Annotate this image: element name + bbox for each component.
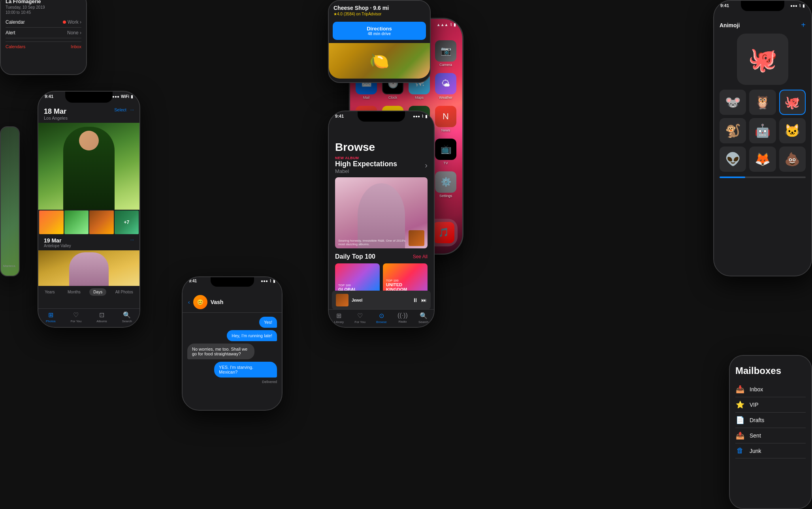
animoji-mouse[interactable]: 🐭 <box>720 90 746 115</box>
animoji-robot[interactable]: 🤖 <box>749 118 776 143</box>
mail-inbox-item[interactable]: 📥 Inbox <box>735 382 806 397</box>
delivered-label: Delivered <box>187 380 277 384</box>
animoji-signal: ●●● <box>790 4 797 8</box>
album-cover[interactable]: Searing honesty, irresistible R&B. One o… <box>335 177 428 248</box>
directions-btn[interactable]: Directions 48 min drive <box>333 22 426 40</box>
inbox-btn[interactable]: Inbox <box>71 44 81 49</box>
drive-time: 48 min drive <box>337 32 422 36</box>
weather-icon: 🌤 <box>435 73 456 94</box>
music-tab-search[interactable]: 🔍 Search <box>418 312 428 324</box>
music-tab-radio[interactable]: ((·)) Radio <box>398 312 408 324</box>
more-btn[interactable]: ··· <box>130 107 134 112</box>
animoji-wifi: ⌇ <box>799 4 801 8</box>
see-all-btn[interactable]: See All <box>413 254 428 259</box>
weather-label: Weather <box>439 96 452 100</box>
animoji-monkey[interactable]: 🐒 <box>720 118 746 143</box>
animoji-poop[interactable]: 💩 <box>779 147 806 172</box>
tab-search[interactable]: 🔍 Search <box>122 311 132 323</box>
tab-albums[interactable]: ⊡ Albums <box>96 311 107 323</box>
msg-bubble-3: No worries, me too. Shall we go for food… <box>187 344 254 359</box>
radio-icon: ((·)) <box>398 312 408 319</box>
music-status-icons: ●●● ⌇ ▮ <box>413 114 428 118</box>
main-photo <box>38 123 139 210</box>
battery-icon: ▮ <box>131 94 133 99</box>
now-playing-bar: Jewel ⏸ ⏭ <box>332 291 431 310</box>
app-tv[interactable]: 📺 TV <box>434 139 458 165</box>
filter-years[interactable]: Years <box>41 288 58 296</box>
mail-vip-item[interactable]: ⭐ VIP <box>735 397 806 413</box>
photo-thumb-3[interactable] <box>89 210 114 234</box>
directions-label: Directions <box>337 26 422 32</box>
music-notch <box>358 111 405 122</box>
food-distance: 9.6 mi <box>373 5 389 11</box>
uk-top-label: TOP 100 <box>386 279 424 282</box>
dock-music[interactable]: 🎵 <box>433 222 454 243</box>
skip-icon[interactable]: ⏭ <box>421 297 427 303</box>
app-camera[interactable]: 📷 Camera <box>434 40 458 67</box>
person2-silhouette <box>69 252 109 286</box>
filter-all[interactable]: All Photos <box>111 288 137 296</box>
contact-name: Vash <box>211 299 224 305</box>
food-emoji: 🍋 <box>369 52 389 70</box>
foryou-music-icon: ♡ <box>357 312 363 319</box>
global-top-label: TOP 100 <box>338 284 356 287</box>
alert-field-value: None › <box>67 30 81 36</box>
music-phone: 9:41 ●●● ⌇ ▮ Browse NEW ALBUM High Expec… <box>328 111 435 328</box>
album-info: NEW ALBUM High Expectations Mabel <box>335 156 397 174</box>
app-settings[interactable]: ⚙️ Settings <box>434 171 458 198</box>
mail-sent-item[interactable]: 📤 Sent <box>735 428 806 443</box>
inbox-label: Inbox <box>750 386 763 393</box>
mail-junk-item[interactable]: 🗑 Junk <box>735 443 806 458</box>
event-title: La Fromagerie <box>6 0 81 4</box>
animoji-fox[interactable]: 🦊 <box>749 147 776 172</box>
add-animoji-btn[interactable]: + <box>801 21 806 30</box>
maps-city-label: Manteca <box>3 264 15 268</box>
mail-drafts-item[interactable]: 📄 Drafts <box>735 413 806 428</box>
photos-section2-header: 19 Mar Antelope Valley ··· <box>38 235 139 250</box>
animoji-slider[interactable] <box>720 177 806 178</box>
top100-uk-card[interactable]: TOP 100 UNITED KINGDOM <box>383 263 428 295</box>
animoji-notch <box>741 1 784 11</box>
animoji-owl[interactable]: 🦉 <box>749 90 776 115</box>
animoji-status-icons: ●●● ⌇ ▮ <box>790 4 805 8</box>
messages-phone: 9:41 ●●● ⌇ ▮ ‹ 😊 Vash Yes! Hey, I'm runn… <box>182 276 283 411</box>
messages-status-icons: ●●● ⌇ ▮ <box>261 279 275 283</box>
calendars-btn[interactable]: Calendars <box>6 44 25 49</box>
junk-label: Junk <box>750 448 761 454</box>
section2-main-photo[interactable] <box>38 250 139 286</box>
center-battery-icon: ▮ <box>454 23 456 27</box>
foryou-music-label: For You <box>354 320 365 324</box>
top100-global-card[interactable]: TOP 100 GLOBAL <box>335 263 380 295</box>
food-name: Cheese Shop · 9.6 mi <box>333 5 425 11</box>
photo-thumb-1[interactable] <box>39 210 64 234</box>
animoji-octopus-selected[interactable]: 🐙 <box>779 90 806 115</box>
select-btn[interactable]: Select <box>114 107 126 112</box>
timeline-filter: Years Months Days All Photos <box>38 286 139 298</box>
animoji-cat[interactable]: 🐱 <box>779 118 806 143</box>
tab-photos[interactable]: ⊞ Photos <box>46 311 56 323</box>
settings-label: Settings <box>439 194 452 198</box>
photos-status-icons: ●●● WiFi ▮ <box>112 94 133 99</box>
pause-icon[interactable]: ⏸ <box>413 297 418 303</box>
photo-thumb-2[interactable] <box>64 210 89 234</box>
tab-for-you[interactable]: ♡ For You <box>71 311 82 323</box>
browse-title: Browse <box>335 141 428 154</box>
photo-grid-1: +7 <box>38 210 139 235</box>
center-signal-icon: ▲▲▲ <box>437 23 448 27</box>
person-face <box>79 131 99 150</box>
app-news[interactable]: N News <box>434 106 458 132</box>
featured-animoji: 🐙 <box>748 45 778 73</box>
junk-icon: 🗑 <box>735 447 745 455</box>
animoji-alien[interactable]: 👽 <box>720 147 746 172</box>
tab-albums-label: Albums <box>96 319 107 323</box>
music-tab-foryou[interactable]: ♡ For You <box>354 312 365 324</box>
filter-months[interactable]: Months <box>64 288 85 296</box>
back-btn[interactable]: ‹ <box>188 299 190 305</box>
more-btn2[interactable]: ··· <box>130 237 134 248</box>
food-rating: ★4.0 (3584) on TripAdvisor <box>333 12 425 16</box>
photo-thumb-4[interactable]: +7 <box>115 210 139 234</box>
filter-days[interactable]: Days <box>89 288 106 296</box>
music-tab-browse[interactable]: ⊙ Browse <box>376 312 387 324</box>
music-tab-library[interactable]: ⊞ Library <box>334 312 344 324</box>
app-weather[interactable]: 🌤 Weather <box>434 73 458 100</box>
